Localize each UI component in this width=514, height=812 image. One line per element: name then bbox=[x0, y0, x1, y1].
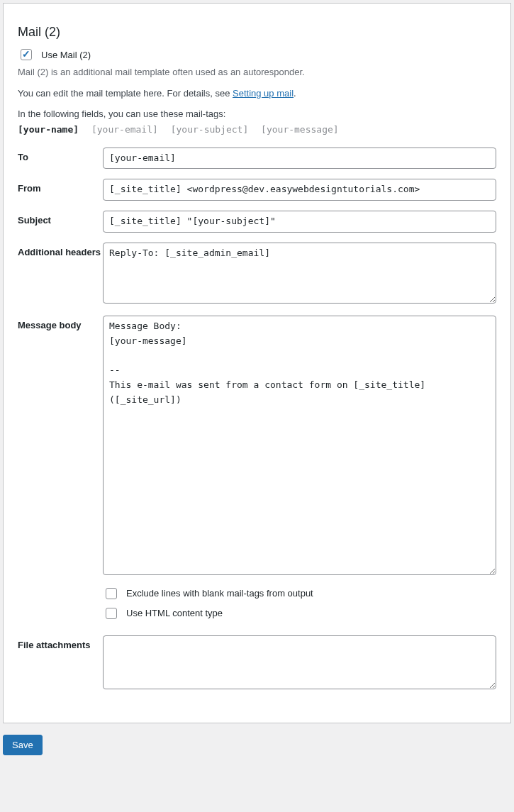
to-input[interactable] bbox=[103, 148, 496, 169]
section-title: Mail (2) bbox=[18, 25, 496, 40]
mail-tags-list: [your-name] [your-email] [your-subject] … bbox=[18, 124, 496, 135]
subject-input[interactable] bbox=[103, 211, 496, 233]
setting-up-mail-link[interactable]: Setting up mail bbox=[233, 88, 294, 99]
headers-row: Additional headers bbox=[18, 243, 496, 306]
subject-label: Subject bbox=[18, 211, 103, 226]
exclude-blank-checkbox[interactable] bbox=[106, 588, 117, 599]
edit-hint: You can edit the mail template here. For… bbox=[18, 87, 496, 101]
edit-hint-pre: You can edit the mail template here. For… bbox=[18, 88, 233, 99]
mail2-description: Mail (2) is an additional mail template … bbox=[18, 65, 496, 79]
to-row: To bbox=[18, 148, 496, 169]
mail-tag-your-email: [your-email] bbox=[91, 124, 158, 135]
use-html-checkbox[interactable] bbox=[106, 608, 117, 619]
exclude-blank-row: Exclude lines with blank mail-tags from … bbox=[103, 586, 496, 601]
headers-label: Additional headers bbox=[18, 243, 103, 257]
attachments-textarea[interactable] bbox=[103, 635, 496, 689]
headers-textarea[interactable] bbox=[103, 243, 496, 304]
body-label: Message body bbox=[18, 316, 103, 330]
body-textarea[interactable] bbox=[103, 316, 496, 575]
mail-tag-your-name: [your-name] bbox=[18, 124, 79, 135]
from-row: From bbox=[18, 179, 496, 201]
use-mail2-row: Use Mail (2) bbox=[18, 47, 496, 62]
edit-hint-post: . bbox=[294, 88, 296, 99]
use-mail2-checkbox[interactable] bbox=[21, 49, 32, 60]
to-label: To bbox=[18, 148, 103, 162]
attachments-row: File attachments bbox=[18, 635, 496, 691]
mail-tag-your-subject: [your-subject] bbox=[171, 124, 249, 135]
body-row: Message body Exclude lines with blank ma… bbox=[18, 316, 496, 625]
from-label: From bbox=[18, 179, 103, 194]
from-input[interactable] bbox=[103, 179, 496, 201]
save-button[interactable]: Save bbox=[3, 735, 43, 755]
tags-hint: In the following fields, you can use the… bbox=[18, 107, 496, 121]
use-html-label: Use HTML content type bbox=[126, 608, 223, 618]
mail-tag-your-message: [your-message] bbox=[261, 124, 339, 135]
use-html-row: Use HTML content type bbox=[103, 606, 496, 621]
exclude-blank-label: Exclude lines with blank mail-tags from … bbox=[126, 588, 313, 599]
mail2-panel: Mail (2) Use Mail (2) Mail (2) is an add… bbox=[3, 3, 511, 723]
subject-row: Subject bbox=[18, 211, 496, 233]
attachments-label: File attachments bbox=[18, 635, 103, 650]
use-mail2-label: Use Mail (2) bbox=[41, 50, 91, 60]
